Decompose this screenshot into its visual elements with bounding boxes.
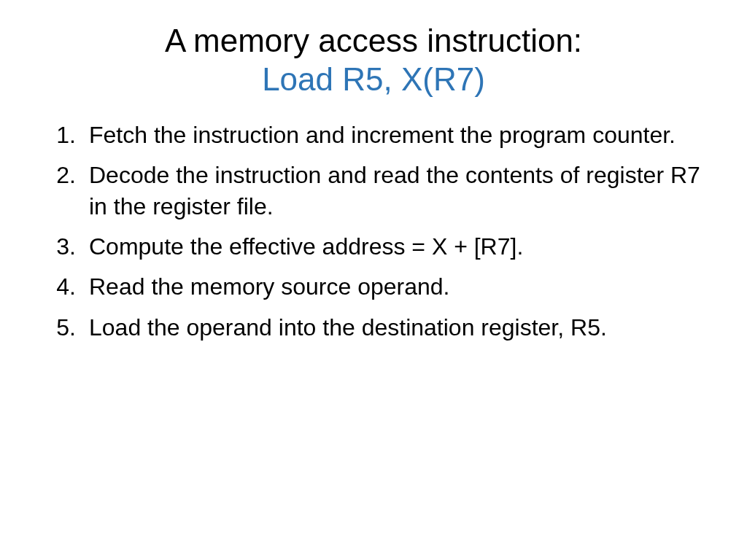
list-text: Decode the instruction and read the cont… [89, 160, 703, 222]
list-number: 2. [44, 160, 89, 191]
list-text: Fetch the instruction and increment the … [89, 120, 703, 151]
list-item: 5. Load the operand into the destination… [44, 312, 703, 343]
title-line-2: Load R5, X(R7) [44, 61, 703, 99]
title-line-1: A memory access instruction: [44, 22, 703, 61]
list-text: Load the operand into the destination re… [89, 312, 703, 343]
steps-list: 1. Fetch the instruction and increment t… [44, 120, 703, 343]
list-number: 4. [44, 271, 89, 303]
list-text: Read the memory source operand. [89, 271, 703, 303]
list-item: 4. Read the memory source operand. [44, 271, 703, 303]
list-number: 1. [44, 120, 89, 151]
list-item: 2. Decode the instruction and read the c… [44, 160, 703, 222]
list-item: 1. Fetch the instruction and increment t… [44, 120, 703, 151]
list-item: 3. Compute the effective address = X + [… [44, 231, 703, 262]
list-number: 5. [44, 312, 89, 343]
list-text: Compute the effective address = X + [R7]… [89, 231, 703, 262]
slide-title: A memory access instruction: Load R5, X(… [44, 22, 703, 99]
list-number: 3. [44, 231, 89, 262]
